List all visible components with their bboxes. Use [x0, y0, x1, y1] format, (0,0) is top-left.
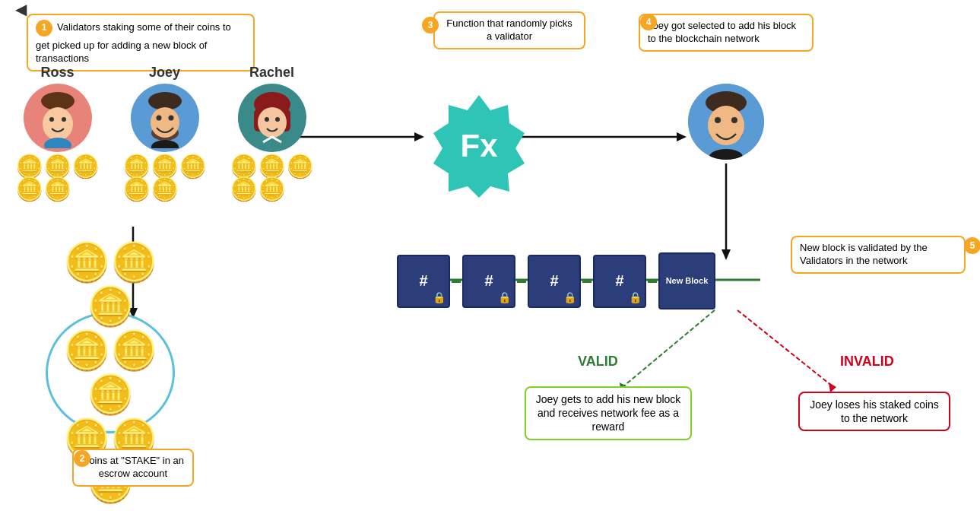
function-shape: 3Function that randomly picks a validato… [426, 91, 532, 201]
back-arrow[interactable]: ◀ [15, 0, 27, 18]
svg-marker-5 [722, 249, 731, 260]
invalid-outcome-box: Joey loses his staked coins to the netwo… [798, 392, 950, 431]
valid-outcome-box: Joey gets to add his new block and recei… [525, 386, 692, 440]
step5-box: New block is validated by the Validators… [791, 236, 966, 274]
invalid-label: INVALID [840, 354, 894, 370]
joey-avatar [131, 84, 199, 152]
ross-validator: Ross 🪙🪙🪙🪙🪙 [15, 65, 100, 201]
step3-info-box: Function that randomly picks a validator [433, 11, 585, 49]
step3-info-text: Function that randomly picks a validator [446, 17, 572, 42]
joey-validator: Joey 🪙� [122, 65, 207, 201]
svg-point-32 [275, 117, 280, 122]
joey-name: Joey [149, 65, 180, 81]
step1-badge: 1 [36, 20, 52, 36]
step2-text: Coins at "STAKE" in an escrow account [82, 455, 184, 479]
lock-2: 🔒 [498, 291, 511, 303]
block-4: # 🔒 [593, 255, 646, 308]
validators-area: Ross 🪙🪙🪙🪙🪙 [15, 65, 314, 201]
rachel-avatar [238, 84, 306, 152]
svg-point-17 [62, 117, 66, 122]
step4-text: Joey got selected to add his block to th… [648, 20, 796, 44]
svg-point-16 [49, 117, 54, 122]
svg-point-39 [715, 117, 721, 123]
invalid-outcome-text: Joey loses his staked coins to the netwo… [810, 398, 939, 424]
chain-line-4 [648, 280, 657, 283]
step2-box: Coins at "STAKE" in an escrow account [72, 449, 194, 487]
block-3: # 🔒 [528, 255, 581, 308]
selected-avatar [688, 84, 764, 160]
svg-point-24 [168, 116, 173, 121]
lock-4: 🔒 [629, 291, 642, 303]
step1-text: Validators staking some of their coins t… [36, 21, 231, 64]
svg-point-30 [258, 107, 287, 138]
ross-name: Ross [40, 65, 74, 81]
chain-line-1 [452, 280, 461, 283]
step3-badge-pos: 3 [422, 17, 439, 33]
block-2: # 🔒 [462, 255, 515, 308]
ross-avatar [24, 84, 92, 152]
lock-3: 🔒 [563, 291, 576, 303]
valid-outcome-text: Joey gets to add his new block and recei… [536, 393, 681, 433]
step1-box: 1Validators staking some of their coins … [27, 14, 255, 71]
selected-validator [688, 84, 764, 160]
svg-line-9 [623, 310, 715, 386]
svg-text:Fx: Fx [460, 128, 498, 163]
ross-coins: 🪙🪙🪙🪙🪙 [15, 155, 100, 201]
new-block-label: New Block [666, 275, 709, 286]
step5-badge: 5 [964, 237, 980, 254]
valid-label: VALID [578, 354, 618, 370]
svg-point-23 [156, 116, 161, 121]
fx-symbol: Fx [426, 91, 532, 198]
rachel-validator: Rachel [230, 65, 314, 201]
svg-marker-3 [677, 132, 687, 141]
chain-line-2 [517, 280, 526, 283]
svg-point-40 [731, 117, 737, 123]
lock-1: 🔒 [433, 291, 446, 303]
svg-line-11 [737, 310, 833, 386]
rachel-coins: 🪙🪙🪙🪙🪙 [230, 155, 314, 201]
escrow-oval: 🪙🪙🪙🪙🪙🪙🪙🪙🪙 [46, 312, 175, 433]
rachel-name: Rachel [249, 65, 294, 81]
block-1: # 🔒 [397, 255, 450, 308]
step2-badge: 2 [74, 450, 90, 467]
new-block: New Block [658, 252, 715, 309]
step4-badge: 4 [640, 14, 657, 30]
chain-line-3 [582, 280, 591, 283]
joey-coins: 🪙🪙🪙🪙🪙 [122, 155, 207, 201]
svg-point-15 [43, 107, 73, 141]
step5-text: New block is validated by the Validators… [800, 242, 928, 266]
svg-point-31 [265, 117, 269, 122]
blockchain-area: # 🔒 # 🔒 # 🔒 # 🔒 New Block [395, 252, 717, 309]
svg-marker-1 [414, 132, 424, 141]
step4-box: Joey got selected to add his block to th… [639, 14, 813, 52]
